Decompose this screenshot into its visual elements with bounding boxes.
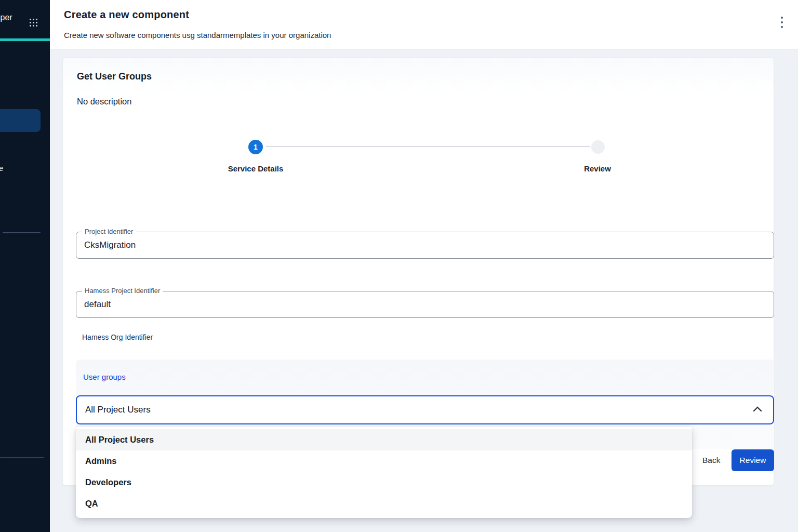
kebab-dot-icon [781, 26, 783, 28]
sidebar-partial-title: lper [0, 13, 12, 22]
page-title: Create a new component [64, 9, 189, 21]
page-header: Create a new component Create new softwa… [50, 0, 798, 50]
wizard-name: Get User Groups [77, 71, 152, 82]
wizard-description: No description [77, 97, 131, 107]
sidebar-divider [0, 457, 44, 458]
menu-option-all-project-users[interactable]: All Project Users [76, 429, 692, 450]
review-button[interactable]: Review [732, 449, 774, 471]
sidebar: lper e [0, 0, 50, 532]
kebab-dot-icon [781, 17, 783, 19]
user-groups-dropdown-menu: All Project Users Admins Developers QA [76, 427, 692, 518]
step-indicator-service-details[interactable]: 1 [248, 140, 263, 154]
page: lper e Create a new component Create new… [0, 0, 798, 532]
user-groups-select[interactable]: All Project Users [76, 395, 774, 424]
back-button[interactable]: Back [696, 453, 726, 468]
step-label-service-details: Service Details [215, 164, 296, 173]
sidebar-divider [3, 232, 41, 233]
menu-option-admins[interactable]: Admins [76, 450, 692, 472]
page-subtitle: Create new software components usg stand… [64, 31, 331, 39]
sidebar-accent-bar [0, 38, 50, 41]
apps-grid-icon[interactable] [30, 19, 38, 26]
user-groups-link[interactable]: User groups [83, 373, 126, 381]
step-connector-line [266, 146, 590, 147]
kebab-dot-icon [781, 21, 783, 23]
sidebar-active-item[interactable] [0, 109, 41, 132]
menu-option-developers[interactable]: Developers [76, 472, 692, 493]
sidebar-item-partial-label[interactable]: e [0, 164, 3, 172]
step-label-review: Review [566, 164, 629, 173]
menu-option-qa[interactable]: QA [76, 493, 692, 514]
project-identifier-input[interactable] [84, 232, 760, 258]
user-groups-selected-value: All Project Users [85, 405, 151, 415]
harness-project-identifier-input[interactable] [84, 291, 760, 317]
chevron-up-icon [753, 407, 762, 416]
project-identifier-field[interactable]: Project identifier [76, 232, 774, 259]
kebab-menu-button[interactable] [778, 17, 786, 28]
harness-org-identifier-label: Hamess Org Identifier [82, 333, 153, 341]
step-indicator-review[interactable] [591, 140, 605, 154]
harness-project-identifier-field[interactable]: Hamess Project Identifier [76, 291, 774, 318]
